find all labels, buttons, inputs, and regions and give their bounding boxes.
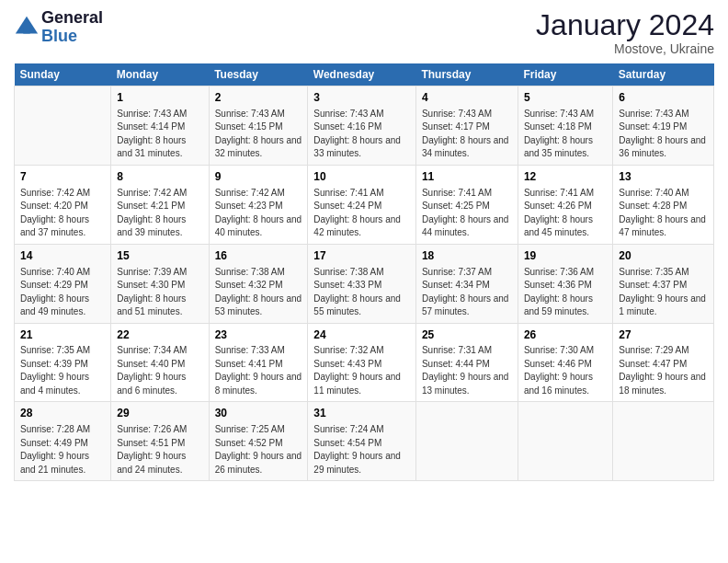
calendar-cell: 7Sunrise: 7:42 AMSunset: 4:20 PMDaylight…: [15, 165, 111, 244]
day-number: 13: [619, 169, 708, 185]
day-number: 20: [619, 248, 708, 264]
calendar-cell: 27Sunrise: 7:29 AMSunset: 4:47 PMDayligh…: [613, 323, 714, 402]
day-number: 17: [313, 248, 410, 264]
calendar-cell: [613, 402, 714, 481]
calendar-cell: 2Sunrise: 7:43 AMSunset: 4:15 PMDaylight…: [209, 86, 308, 166]
day-number: 4: [422, 90, 512, 106]
day-info: Sunrise: 7:43 AMSunset: 4:14 PMDaylight:…: [117, 108, 202, 161]
calendar-cell: [15, 86, 111, 166]
day-info: Sunrise: 7:40 AMSunset: 4:28 PMDaylight:…: [619, 187, 708, 240]
logo: General Blue: [14, 9, 103, 46]
day-number: 15: [117, 248, 202, 264]
day-number: 3: [313, 90, 410, 106]
day-info: Sunrise: 7:43 AMSunset: 4:19 PMDaylight:…: [619, 108, 708, 161]
calendar-body: 1Sunrise: 7:43 AMSunset: 4:14 PMDaylight…: [15, 86, 714, 481]
day-info: Sunrise: 7:42 AMSunset: 4:23 PMDaylight:…: [215, 187, 302, 240]
day-number: 10: [313, 169, 410, 185]
col-sunday: Sunday: [15, 63, 111, 86]
calendar-cell: 4Sunrise: 7:43 AMSunset: 4:17 PMDaylight…: [415, 86, 518, 166]
day-number: 24: [313, 327, 410, 343]
day-info: Sunrise: 7:29 AMSunset: 4:47 PMDaylight:…: [619, 344, 708, 397]
day-info: Sunrise: 7:42 AMSunset: 4:20 PMDaylight:…: [20, 187, 105, 240]
calendar-row-4: 21Sunrise: 7:35 AMSunset: 4:39 PMDayligh…: [15, 323, 714, 402]
day-info: Sunrise: 7:35 AMSunset: 4:37 PMDaylight:…: [619, 266, 708, 319]
col-wednesday: Wednesday: [308, 63, 416, 86]
logo-line1: General: [41, 9, 103, 28]
day-number: 19: [524, 248, 607, 264]
day-number: 30: [215, 406, 302, 421]
calendar-header: Sunday Monday Tuesday Wednesday Thursday…: [15, 63, 714, 86]
day-number: 25: [422, 327, 512, 343]
calendar-cell: 21Sunrise: 7:35 AMSunset: 4:39 PMDayligh…: [15, 323, 111, 402]
day-number: 31: [313, 406, 410, 421]
day-info: Sunrise: 7:38 AMSunset: 4:32 PMDaylight:…: [215, 266, 302, 319]
calendar-row-1: 1Sunrise: 7:43 AMSunset: 4:14 PMDaylight…: [15, 86, 714, 166]
day-number: 27: [619, 327, 708, 343]
day-info: Sunrise: 7:42 AMSunset: 4:21 PMDaylight:…: [117, 187, 202, 240]
calendar-cell: 20Sunrise: 7:35 AMSunset: 4:37 PMDayligh…: [613, 244, 714, 323]
day-info: Sunrise: 7:40 AMSunset: 4:29 PMDaylight:…: [20, 266, 105, 319]
day-info: Sunrise: 7:25 AMSunset: 4:52 PMDaylight:…: [215, 423, 302, 477]
day-number: 7: [20, 169, 105, 185]
calendar-cell: 5Sunrise: 7:43 AMSunset: 4:18 PMDaylight…: [518, 86, 612, 166]
day-info: Sunrise: 7:39 AMSunset: 4:30 PMDaylight:…: [117, 266, 202, 319]
day-info: Sunrise: 7:43 AMSunset: 4:16 PMDaylight:…: [313, 108, 410, 161]
calendar-cell: 1Sunrise: 7:43 AMSunset: 4:14 PMDaylight…: [111, 86, 209, 166]
calendar-cell: 8Sunrise: 7:42 AMSunset: 4:21 PMDaylight…: [111, 165, 209, 244]
calendar-row-3: 14Sunrise: 7:40 AMSunset: 4:29 PMDayligh…: [15, 244, 714, 323]
day-number: 12: [524, 169, 607, 185]
calendar-cell: 11Sunrise: 7:41 AMSunset: 4:25 PMDayligh…: [415, 165, 518, 244]
calendar-cell: 16Sunrise: 7:38 AMSunset: 4:32 PMDayligh…: [209, 244, 308, 323]
day-info: Sunrise: 7:32 AMSunset: 4:43 PMDaylight:…: [313, 344, 410, 397]
day-number: 14: [20, 248, 105, 264]
day-info: Sunrise: 7:36 AMSunset: 4:36 PMDaylight:…: [524, 266, 607, 319]
logo-line2: Blue: [41, 28, 103, 46]
day-info: Sunrise: 7:26 AMSunset: 4:51 PMDaylight:…: [117, 423, 202, 477]
day-info: Sunrise: 7:43 AMSunset: 4:17 PMDaylight:…: [422, 108, 512, 161]
day-info: Sunrise: 7:41 AMSunset: 4:25 PMDaylight:…: [422, 187, 512, 240]
day-number: 29: [117, 406, 202, 421]
day-number: 11: [422, 169, 512, 185]
calendar-cell: 30Sunrise: 7:25 AMSunset: 4:52 PMDayligh…: [209, 402, 308, 481]
day-number: 18: [422, 248, 512, 264]
calendar-cell: [415, 402, 518, 481]
logo-icon: [14, 15, 40, 40]
main-title: January 2024: [536, 9, 714, 41]
calendar-cell: 6Sunrise: 7:43 AMSunset: 4:19 PMDaylight…: [613, 86, 714, 166]
calendar-cell: 24Sunrise: 7:32 AMSunset: 4:43 PMDayligh…: [308, 323, 416, 402]
day-number: 28: [20, 406, 105, 421]
day-info: Sunrise: 7:24 AMSunset: 4:54 PMDaylight:…: [313, 423, 410, 477]
day-number: 8: [117, 169, 202, 185]
svg-rect-1: [23, 27, 29, 33]
calendar-cell: 15Sunrise: 7:39 AMSunset: 4:30 PMDayligh…: [111, 244, 209, 323]
day-info: Sunrise: 7:34 AMSunset: 4:40 PMDaylight:…: [117, 344, 202, 397]
day-number: 23: [215, 327, 302, 343]
calendar-cell: 23Sunrise: 7:33 AMSunset: 4:41 PMDayligh…: [209, 323, 308, 402]
day-info: Sunrise: 7:38 AMSunset: 4:33 PMDaylight:…: [313, 266, 410, 319]
day-number: 2: [215, 90, 302, 106]
calendar-row-5: 28Sunrise: 7:28 AMSunset: 4:49 PMDayligh…: [15, 402, 714, 481]
day-number: 1: [117, 90, 202, 106]
calendar-cell: 19Sunrise: 7:36 AMSunset: 4:36 PMDayligh…: [518, 244, 612, 323]
header: General Blue January 2024 Mostove, Ukrai…: [14, 9, 714, 56]
calendar-cell: 13Sunrise: 7:40 AMSunset: 4:28 PMDayligh…: [613, 165, 714, 244]
day-info: Sunrise: 7:43 AMSunset: 4:15 PMDaylight:…: [215, 108, 302, 161]
day-number: 21: [20, 327, 105, 343]
day-info: Sunrise: 7:33 AMSunset: 4:41 PMDaylight:…: [215, 344, 302, 397]
day-info: Sunrise: 7:30 AMSunset: 4:46 PMDaylight:…: [524, 344, 607, 397]
logo-text: General Blue: [41, 9, 103, 46]
day-number: 16: [215, 248, 302, 264]
col-thursday: Thursday: [415, 63, 518, 86]
calendar-row-2: 7Sunrise: 7:42 AMSunset: 4:20 PMDaylight…: [15, 165, 714, 244]
header-row: Sunday Monday Tuesday Wednesday Thursday…: [15, 63, 714, 86]
col-monday: Monday: [111, 63, 209, 86]
day-number: 9: [215, 169, 302, 185]
calendar-cell: [518, 402, 612, 481]
calendar-cell: 29Sunrise: 7:26 AMSunset: 4:51 PMDayligh…: [111, 402, 209, 481]
col-tuesday: Tuesday: [209, 63, 308, 86]
day-info: Sunrise: 7:31 AMSunset: 4:44 PMDaylight:…: [422, 344, 512, 397]
day-info: Sunrise: 7:28 AMSunset: 4:49 PMDaylight:…: [20, 423, 105, 477]
day-info: Sunrise: 7:41 AMSunset: 4:26 PMDaylight:…: [524, 187, 607, 240]
day-number: 26: [524, 327, 607, 343]
calendar-cell: 26Sunrise: 7:30 AMSunset: 4:46 PMDayligh…: [518, 323, 612, 402]
